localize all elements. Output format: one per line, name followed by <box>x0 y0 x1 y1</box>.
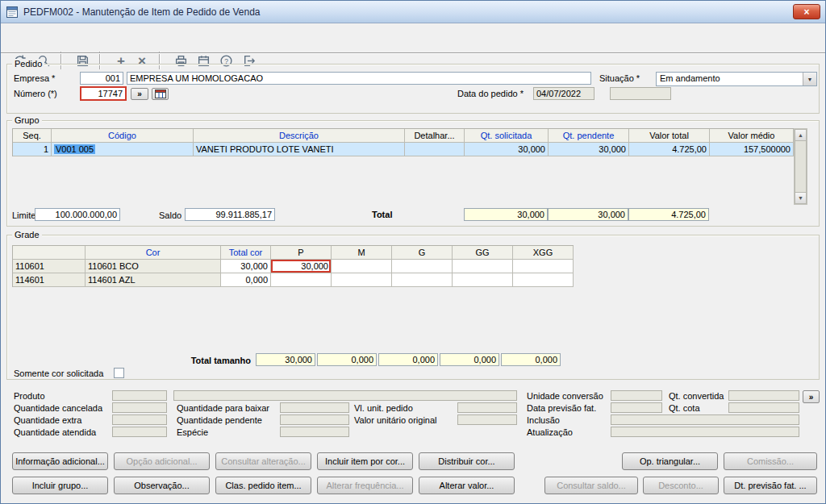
cell-detalhar[interactable] <box>405 143 465 156</box>
col-header-qt-pendente[interactable]: Qt. pendente <box>549 129 629 143</box>
scrollbar-thumb[interactable] <box>795 141 807 192</box>
scroll-up-button[interactable]: ▲ <box>795 129 807 141</box>
grade-row-2[interactable]: 114601 114601 AZL 0,000 <box>13 273 574 287</box>
pedido-legend: Pedido <box>12 59 44 69</box>
qtd-atendida-label: Quantidade atendida <box>14 427 96 437</box>
grade-cell-gg[interactable] <box>453 260 513 273</box>
consultar-saldo-button: Consultar saldo... <box>544 477 638 494</box>
grupo-table-row[interactable]: 1 V001 005 VANETI PRODUTO LOTE VANETI 30… <box>13 143 794 156</box>
data-pedido-field: 04/07/2022 <box>533 87 594 100</box>
qt-convertida-label: Qt. convertida <box>669 391 724 401</box>
produto-desc-field <box>173 390 517 401</box>
grupo-header-row: Seq. Código Descrição Detalhar... Qt. so… <box>13 129 794 143</box>
qtd-pendente-field <box>280 414 349 425</box>
saldo-field[interactable]: 99.911.885,17 <box>185 208 275 221</box>
empresa-label: Empresa * <box>14 73 55 83</box>
situacao-label: Situação * <box>599 73 640 83</box>
cell-descricao: VANETI PRODUTO LOTE VANETI <box>194 143 405 156</box>
empresa-name-field[interactable]: EMPRESA UM HOMOLOGACAO <box>127 72 591 85</box>
cell-qt-pendente: 30,000 <box>549 143 629 156</box>
numero-grid-button[interactable] <box>152 88 169 100</box>
detalhes-expand-button[interactable]: » <box>803 390 820 403</box>
inclusao-label: Inclusão <box>527 415 560 425</box>
informacao-adicional-button[interactable]: Informação adicional... <box>12 452 108 470</box>
total-valor-field: 4.725,00 <box>628 208 709 221</box>
qtd-pendente-label: Quantidade pendente <box>177 415 262 425</box>
dt-previsao-fat-button[interactable]: Dt. previsão fat. ... <box>724 477 817 494</box>
total-tamanho-p: 30,000 <box>256 353 315 366</box>
op-triangular-button[interactable]: Op. triangular... <box>622 452 718 470</box>
total-tamanho-label: Total tamanho <box>146 356 251 365</box>
qt-cota-label: Qt. cota <box>669 403 700 413</box>
valor-unitario-original-label: Valor unitário original <box>354 415 437 425</box>
grade-col-cor[interactable]: Cor <box>86 246 221 260</box>
col-header-descricao[interactable]: Descrição <box>194 129 405 143</box>
grade-col-total-cor[interactable]: Total cor <box>221 246 271 260</box>
desconto-button: Desconto... <box>643 477 719 494</box>
grade-col-m: M <box>332 246 392 260</box>
toolbar-divider <box>1 52 825 54</box>
limite-field[interactable]: 100.000.000,00 <box>35 208 120 221</box>
grade-row-1[interactable]: 110601 110601 BCO 30,000 30,000 <box>13 260 574 273</box>
data-previsao-field <box>611 402 662 413</box>
cell-valor-total: 4.725,00 <box>629 143 710 156</box>
total-qt-pendente-field: 30,000 <box>548 208 628 221</box>
numero-expand-button[interactable]: » <box>131 88 148 100</box>
grade-cell-xgg[interactable] <box>513 260 574 273</box>
close-button[interactable]: × <box>793 4 820 19</box>
somente-cor-checkbox[interactable] <box>114 368 124 378</box>
comissao-button: Comissão... <box>724 452 817 470</box>
grade-col-g: G <box>392 246 453 260</box>
total-tamanho-m: 0,000 <box>317 353 377 366</box>
grade-cell-cor: 110601 BCO <box>86 260 221 273</box>
somente-cor-label: Somente cor solicitada <box>14 369 103 378</box>
atualizacao-label: Atualização <box>527 427 573 437</box>
titlebar: PEDFM002 - Manutenção de Item de Pedido … <box>1 1 825 23</box>
chevron-down-icon[interactable]: ▼ <box>803 73 816 85</box>
toolbar: + × ? <box>1 23 825 52</box>
empresa-code-field[interactable]: 001 <box>80 72 123 85</box>
produto-code-field <box>112 390 167 401</box>
grade-col-p: P <box>271 246 332 260</box>
col-header-valor-total: Valor total <box>629 129 710 143</box>
grupo-scrollbar[interactable]: ▲ ▼ <box>794 128 807 205</box>
total-tamanho-xgg: 0,000 <box>501 353 561 366</box>
incluir-grupo-button[interactable]: Incluir grupo... <box>12 477 108 494</box>
grade-cell-g[interactable] <box>392 273 453 287</box>
total-tamanho-gg: 0,000 <box>440 353 499 366</box>
distribuir-cor-button[interactable]: Distribuir cor... <box>419 452 515 470</box>
grade-grid: Cor Total cor P M G GG XGG 110601 110601… <box>12 245 574 287</box>
scroll-down-button[interactable]: ▼ <box>795 192 807 204</box>
clas-pedido-item-button[interactable]: Clas. pedido item... <box>215 477 311 494</box>
grade-cell-xgg[interactable] <box>513 273 574 287</box>
situacao-select[interactable]: Em andamento ▼ <box>656 72 817 86</box>
app-icon <box>6 6 19 19</box>
grade-cell-m[interactable] <box>332 260 392 273</box>
grade-cell-p[interactable] <box>271 273 332 287</box>
alterar-frequencia-button: Alterar frequência... <box>317 477 413 494</box>
grid-icon <box>155 90 166 98</box>
grade-cell-g[interactable] <box>392 260 453 273</box>
vl-unit-pedido-label: Vl. unit. pedido <box>354 403 413 413</box>
grade-cell-p[interactable]: 30,000 <box>271 260 332 273</box>
qt-convertida-field <box>728 390 799 401</box>
numero-field[interactable]: 17747 <box>80 86 127 101</box>
grupo-legend: Grupo <box>12 115 42 125</box>
incluir-item-por-cor-button[interactable]: Incluir item por cor... <box>317 452 413 470</box>
qtd-para-baixar-field <box>280 402 349 413</box>
alterar-valor-button[interactable]: Alterar valor... <box>419 477 515 494</box>
grade-col-xgg: XGG <box>513 246 574 260</box>
observacao-button[interactable]: Observação... <box>114 477 210 494</box>
cell-codigo[interactable]: V001 005 <box>52 143 194 156</box>
col-header-qt-solicitada[interactable]: Qt. solicitada <box>465 129 549 143</box>
especie-label: Espécie <box>177 427 208 437</box>
numero-label: Número (*) <box>14 89 57 98</box>
grade-cell-gg[interactable] <box>453 273 513 287</box>
grade-legend: Grade <box>12 230 42 240</box>
grade-cell-m[interactable] <box>332 273 392 287</box>
col-header-codigo[interactable]: Código <box>52 129 194 143</box>
grade-cell-codigo: 110601 <box>13 260 86 273</box>
total-qt-solicitada-field: 30,000 <box>464 208 548 221</box>
atualizacao-field <box>611 427 799 437</box>
grade-col-blank <box>13 246 86 260</box>
